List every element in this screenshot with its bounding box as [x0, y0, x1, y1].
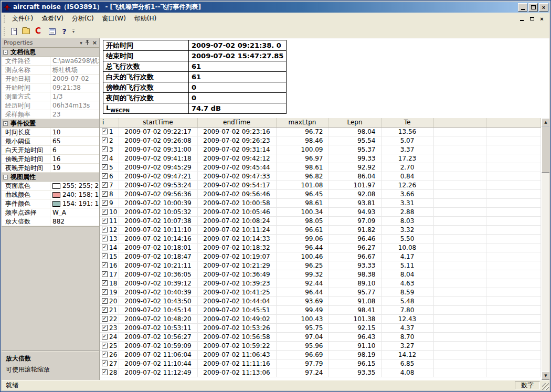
event-row[interactable]: ✓212009-07-02 10:45:142009-07-02 10:45:5… — [100, 305, 541, 314]
row-checkbox[interactable]: ✓ — [102, 173, 108, 179]
menu-item-3[interactable]: 窗口(W) — [98, 13, 130, 25]
row-checkbox[interactable]: ✓ — [102, 352, 108, 357]
event-row[interactable]: ✓202009-07-02 10:43:502009-07-02 10:44:0… — [100, 296, 541, 305]
property-section-header[interactable]: -事件设置 — [2, 119, 99, 128]
event-row[interactable]: ✓142009-07-02 10:18:012009-07-02 10:18:3… — [100, 243, 541, 252]
property-row[interactable]: 时间长度10 — [2, 128, 99, 137]
property-row[interactable]: 放大倍数882 — [2, 217, 99, 226]
column-header-Te[interactable]: Te — [381, 118, 433, 127]
row-checkbox[interactable]: ✓ — [102, 280, 108, 286]
row-checkbox[interactable]: ✓ — [102, 262, 108, 268]
event-row[interactable]: ✓122009-07-02 10:11:102009-07-02 10:11:2… — [100, 225, 541, 234]
row-checkbox[interactable]: ✓ — [102, 182, 108, 188]
menu-item-0[interactable]: 文件(F) — [8, 13, 37, 25]
property-value[interactable]: 154; 191; 18 — [50, 199, 99, 208]
property-row[interactable]: 事件颜色154; 191; 18 — [2, 199, 99, 208]
collapse-icon[interactable]: - — [3, 175, 8, 179]
property-value[interactable]: 19 — [50, 164, 99, 172]
row-checkbox[interactable]: ✓ — [102, 271, 108, 277]
mdi-restore-button[interactable] — [527, 15, 536, 23]
row-checkbox[interactable]: ✓ — [102, 316, 108, 322]
panel-dropdown-icon[interactable]: ▾ — [80, 40, 82, 46]
property-value[interactable]: 23 — [50, 110, 99, 119]
column-header-empty[interactable] — [433, 118, 486, 127]
property-value[interactable]: 6 — [50, 146, 99, 154]
row-checkbox[interactable]: ✓ — [102, 245, 108, 250]
event-row[interactable]: ✓112009-07-02 10:07:382009-07-02 10:08:2… — [100, 216, 541, 225]
property-row[interactable]: 最小阈值65 — [2, 137, 99, 146]
event-row[interactable]: ✓192009-07-02 10:40:392009-07-02 10:41:2… — [100, 288, 541, 296]
column-header-i[interactable]: i — [100, 118, 119, 127]
row-checkbox[interactable]: ✓ — [102, 218, 108, 224]
collapse-icon[interactable]: - — [3, 50, 8, 55]
event-row[interactable]: ✓272009-07-02 11:10:442009-07-02 11:11:1… — [100, 359, 541, 368]
event-row[interactable]: ✓222009-07-02 10:48:202009-07-02 10:49:0… — [100, 314, 541, 323]
property-row[interactable]: 经历时间06h34m13s — [2, 101, 99, 110]
mdi-close-button[interactable]: × — [537, 15, 546, 23]
row-checkbox[interactable]: ✓ — [102, 253, 108, 259]
event-row[interactable]: ✓92009-07-02 10:00:392009-07-02 10:00:58… — [100, 198, 541, 207]
calibrate-button[interactable]: C — [32, 26, 44, 37]
property-row[interactable]: 测点名称栎社机场 — [2, 66, 99, 75]
event-row[interactable]: ✓72009-07-02 09:53:242009-07-02 09:54:17… — [100, 181, 541, 189]
event-row[interactable]: ✓282009-07-02 11:12:492009-07-02 11:13:0… — [100, 368, 541, 377]
row-checkbox[interactable]: ✓ — [102, 209, 108, 215]
property-value[interactable]: 255; 255; 25 — [50, 182, 99, 190]
row-checkbox[interactable]: ✓ — [102, 289, 108, 295]
property-value[interactable]: 240; 158; 15 — [50, 190, 99, 199]
property-row[interactable]: 文件路径C:\awa6298\机场 — [2, 57, 99, 66]
property-row[interactable]: 傍晚开始时间16 — [2, 155, 99, 164]
event-row[interactable]: ✓102009-07-02 10:05:322009-07-02 10:05:4… — [100, 207, 541, 216]
panel-pin-icon[interactable] — [85, 40, 90, 46]
property-row[interactable]: 白天开始时间6 — [2, 146, 99, 155]
event-row[interactable]: ✓132009-07-02 10:14:162009-07-02 10:14:3… — [100, 234, 541, 243]
event-row[interactable]: ✓62009-07-02 09:47:212009-07-02 09:47:33… — [100, 172, 541, 181]
property-row[interactable]: 曲线颜色240; 158; 15 — [2, 190, 99, 199]
property-value[interactable]: 06h34m13s — [50, 101, 99, 110]
column-header-Lepn[interactable]: Lepn — [329, 118, 381, 127]
column-header-endTime[interactable]: endTime — [197, 118, 276, 127]
event-row[interactable]: ✓12009-07-02 09:22:172009-07-02 09:23:16… — [100, 127, 541, 136]
property-row[interactable]: 开始时间09:21:38 — [2, 83, 99, 92]
event-row[interactable]: ✓232009-07-02 10:53:112009-07-02 10:53:2… — [100, 323, 541, 332]
property-value[interactable]: 65 — [50, 137, 99, 145]
event-row[interactable]: ✓152009-07-02 10:18:472009-07-02 10:19:0… — [100, 252, 541, 261]
property-value[interactable]: 09:21:38 — [50, 83, 99, 92]
menu-item-2[interactable]: 分析(C) — [68, 13, 98, 25]
property-value[interactable]: 16 — [50, 155, 99, 163]
properties-button[interactable] — [46, 26, 58, 37]
event-row[interactable]: ✓262009-07-02 11:06:042009-07-02 11:06:4… — [100, 350, 541, 359]
row-checkbox[interactable]: ✓ — [102, 191, 108, 197]
column-header-startTime[interactable]: startTime — [119, 118, 197, 127]
menu-item-1[interactable]: 查看(V) — [37, 13, 68, 25]
row-checkbox[interactable]: ✓ — [102, 129, 108, 134]
row-checkbox[interactable]: ✓ — [102, 137, 108, 143]
property-section-header[interactable]: -视图属性 — [2, 173, 99, 182]
row-checkbox[interactable]: ✓ — [102, 200, 108, 206]
toolbar-grip[interactable] — [4, 27, 6, 36]
property-row[interactable]: 采样频率23 — [2, 110, 99, 119]
row-checkbox[interactable]: ✓ — [102, 146, 108, 152]
vertical-scrollbar[interactable]: ▲ ▼ — [541, 118, 549, 380]
column-header-maxLtpn[interactable]: maxLtpn — [276, 118, 329, 127]
property-value[interactable]: 10 — [50, 128, 99, 136]
event-row[interactable]: ✓22009-07-02 09:26:082009-07-02 09:26:23… — [100, 136, 541, 145]
event-row[interactable]: ✓172009-07-02 10:36:052009-07-02 10:36:4… — [100, 270, 541, 279]
property-row[interactable]: 测量方式1/3 — [2, 92, 99, 101]
event-row[interactable]: ✓42009-07-02 09:41:182009-07-02 09:42:12… — [100, 154, 541, 163]
property-row[interactable]: 页面底色255; 255; 25 — [2, 182, 99, 190]
menu-item-4[interactable]: 帮助(H) — [130, 13, 161, 25]
event-row[interactable]: ✓182009-07-02 10:39:122009-07-02 10:39:2… — [100, 279, 541, 288]
row-checkbox[interactable]: ✓ — [102, 369, 108, 375]
menubar-grip[interactable] — [4, 15, 6, 23]
event-row[interactable]: ✓32009-07-02 09:31:002009-07-02 09:31:14… — [100, 145, 541, 154]
row-checkbox[interactable]: ✓ — [102, 325, 108, 331]
row-checkbox[interactable]: ✓ — [102, 227, 108, 232]
property-value[interactable]: C:\awa6298\机场 — [50, 57, 99, 65]
property-row[interactable]: 开始日期2009-07-02 — [2, 75, 99, 83]
scroll-up-button[interactable]: ▲ — [542, 118, 549, 126]
event-row[interactable]: ✓82009-07-02 09:56:362009-07-02 09:56:46… — [100, 189, 541, 198]
property-value[interactable]: 栎社机场 — [50, 66, 99, 74]
row-checkbox[interactable]: ✓ — [102, 236, 108, 241]
scrollbar-thumb[interactable] — [542, 126, 549, 173]
